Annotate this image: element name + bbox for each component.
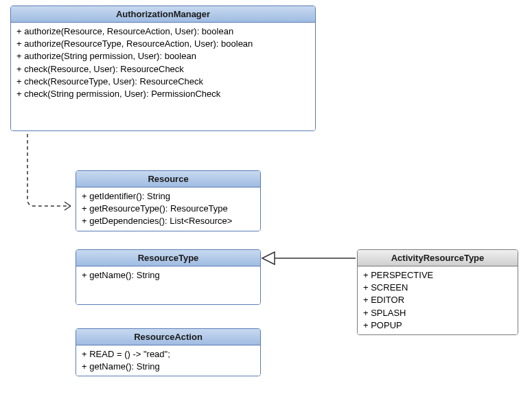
class-header: ActivityResourceType [358,250,518,266]
dependency-arrowhead-icon [65,202,71,210]
class-member: + authorize(String permission, User): bo… [16,50,310,62]
class-authorization-manager: AuthorizationManager + authorize(Resourc… [10,5,316,131]
class-member: + getName(): String [82,361,255,373]
dependency-arrow [27,134,71,206]
class-member: + PERSPECTIVE [363,269,512,282]
class-member: + getDependencies(): List<Resource> [82,215,255,227]
class-header: ResourceAction [76,329,260,345]
class-member: + READ = () -> "read"; [82,348,255,361]
generalization-arrowhead-icon [262,252,275,264]
class-member: + getResourceType(): ResourceType [82,203,255,215]
class-member: + check(String permission, User): Permis… [16,88,310,100]
class-body: + PERSPECTIVE + SCREEN + EDITOR + SPLASH… [358,266,518,334]
class-member: + SPLASH [363,307,512,319]
class-header: Resource [76,171,260,187]
class-member: + POPUP [363,319,512,332]
class-resource-type: ResourceType + getName(): String [76,249,261,305]
class-member: + getIdentifier(): String [82,190,255,203]
class-body: + getName(): String [76,266,260,304]
class-resource: Resource + getIdentifier(): String + get… [76,170,261,231]
class-member: + authorize(ResourceType, ResourceAction… [16,38,310,50]
class-member: + EDITOR [363,294,512,306]
class-resource-action: ResourceAction + READ = () -> "read"; + … [76,328,261,376]
class-header: AuthorizationManager [11,6,315,23]
class-activity-resource-type: ActivityResourceType + PERSPECTIVE + SCR… [357,249,518,335]
class-body: + getIdentifier(): String + getResourceT… [76,187,260,231]
class-member: + authorize(Resource, ResourceAction, Us… [16,25,310,38]
class-body: + authorize(Resource, ResourceAction, Us… [11,23,315,130]
class-member: + check(Resource, User): ResourceCheck [16,63,310,76]
class-member: + SCREEN [363,282,512,294]
class-body: + READ = () -> "read"; + getName(): Stri… [76,345,260,376]
class-member: + getName(): String [82,269,255,282]
class-header: ResourceType [76,250,260,266]
class-member: + check(ResourceType, User): ResourceChe… [16,76,310,88]
